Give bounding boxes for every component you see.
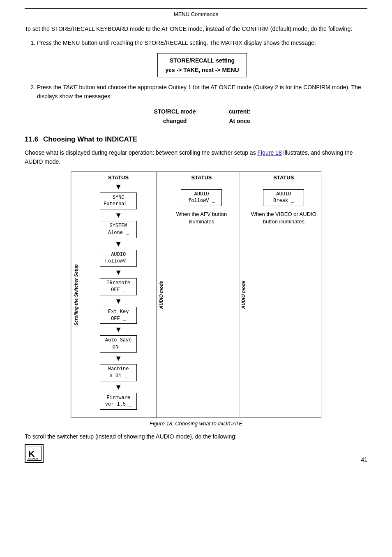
figure-18-container: Scrolling the Switcher Setup STATUS ▼ SY… (25, 172, 367, 433)
steps-list: Press the MENU button until reaching the… (37, 39, 367, 126)
right-panel-inner: STATUS AUDIOBreak _ When the VIDEO or AU… (247, 172, 321, 418)
page-footer: K KRAMER 41 (25, 444, 367, 463)
mid-audio-box: AUDIOfollowV _ (181, 189, 222, 207)
kramer-logo: K KRAMER (25, 444, 44, 463)
audio-mode-label-mid: AUDIO mode (157, 172, 164, 418)
section-body-text: Choose what is displayed during regular … (25, 149, 367, 166)
scrolling-label: Scrolling the Switcher Setup (71, 172, 80, 418)
svg-text:KRAMER: KRAMER (28, 457, 38, 460)
figure-18-link[interactable]: Figure 18 (258, 149, 282, 156)
page-header: MENU Commands (25, 8, 367, 17)
section-heading: 11.6Choosing What to INDICATE (25, 135, 367, 144)
system-box: SYSTEMAlone _ (100, 221, 137, 238)
sync-box: SYNCExternal _ (100, 193, 137, 210)
arrow-down-2: ▼ (115, 211, 122, 219)
irremote-box: IRremoteOFF _ (100, 278, 137, 295)
right-panel: AUDIO mode STATUS AUDIOBreak _ When the … (239, 172, 321, 418)
display-box-container: STORE/RECALL setting yes -> TAKE, next -… (37, 53, 367, 77)
page-number: 41 (361, 456, 367, 463)
audio-box: AUDIOFollowV _ (100, 250, 137, 267)
sto-rcl-table: STO/RCL mode changed current: At once (37, 107, 367, 127)
left-panel: Scrolling the Switcher Setup STATUS ▼ SY… (71, 172, 157, 418)
mid-status: STATUS (191, 174, 212, 181)
right-status: STATUS (273, 174, 294, 181)
figure-caption: Figure 18: Choosing what to INDICATE (150, 420, 242, 427)
right-when-text: When the VIDEO or AUDIO button illuminat… (248, 211, 319, 225)
left-panel-content: STATUS ▼ SYNCExternal _ ▼ SYSTEMAlone _ … (80, 172, 157, 418)
machine-box: Machine# 01 _ (100, 364, 137, 381)
firmware-box: Firmwarever 1.5 _ (100, 393, 137, 410)
arrow-down-8: ▼ (115, 383, 122, 391)
arrow-down-1: ▼ (115, 183, 122, 190)
figure-diagram: Scrolling the Switcher Setup STATUS ▼ SY… (71, 172, 321, 418)
mid-panel-inner: STATUS AUDIOfollowV _ When the AFV butto… (164, 172, 238, 418)
middle-panel: AUDIO mode STATUS AUDIOfollowV _ When th… (157, 172, 239, 418)
extkey-box: Ext KeyOFF _ (100, 307, 137, 324)
audio-mode-label-right: AUDIO mode (239, 172, 247, 418)
arrow-down-3: ▼ (115, 240, 122, 248)
final-paragraph: To scroll the switcher setup (instead of… (25, 432, 367, 441)
step-2: Press the TAKE button and choose the app… (37, 83, 367, 126)
store-recall-display: STORE/RECALL setting yes -> TAKE, next -… (157, 53, 247, 77)
intro-paragraph: To set the STORE/RECALL KEYBOARD mode to… (25, 25, 367, 34)
arrow-down-4: ▼ (115, 269, 122, 276)
header-title: MENU Commands (174, 11, 218, 17)
arrow-down-5: ▼ (115, 297, 122, 305)
sto-rcl-left: STO/RCL mode changed (154, 107, 196, 127)
mid-when-text: When the AFV button illuminates (166, 211, 237, 225)
arrow-down-6: ▼ (115, 326, 122, 333)
autosave-box: Auto SaveON _ (100, 335, 137, 353)
arrow-down-7: ▼ (115, 355, 122, 362)
step-1: Press the MENU button until reaching the… (37, 39, 367, 77)
sto-rcl-right: current: At once (229, 107, 251, 127)
right-audio-box: AUDIOBreak _ (263, 189, 304, 207)
left-status: STATUS (108, 174, 129, 181)
